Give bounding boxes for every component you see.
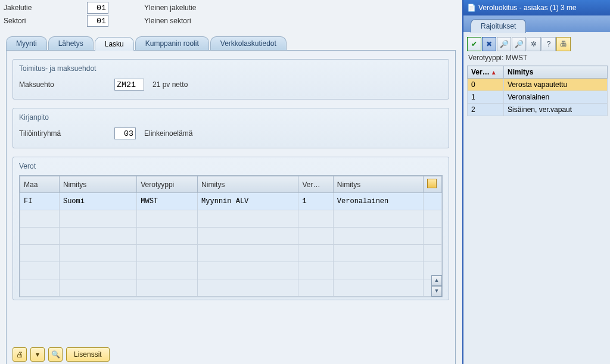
table-row[interactable]: FI Suomi MWST Myynnin ALV 1 Veronalainen xyxy=(20,193,442,210)
popup-header-row: Ver…▲ Nimitys xyxy=(468,66,608,79)
tab-container: Myynti Lähetys Lasku Kumppanin roolit Ve… xyxy=(6,36,456,364)
popup-verotyyppi-label: Verotyyppi: MWST xyxy=(468,54,606,62)
table-row[interactable] xyxy=(20,262,442,279)
popup-help-button[interactable]: ? xyxy=(541,37,556,51)
tab-myynti[interactable]: Myynti xyxy=(6,36,47,50)
popup-tab-rajoitukset[interactable]: Rajoitukset xyxy=(471,19,526,33)
popup-print-button[interactable]: 🖶 xyxy=(556,37,571,51)
verot-th-nimitys1[interactable]: Nimitys xyxy=(59,176,136,193)
sektori-row: Sektori Yleinen sektori xyxy=(4,14,458,27)
tab-lasku[interactable]: Lasku xyxy=(95,37,134,51)
maksuehto-label: Maksuehto xyxy=(19,80,114,89)
popup-cell-code[interactable]: 2 xyxy=(468,104,504,116)
verot-th-maa[interactable]: Maa xyxy=(20,176,60,193)
lisenssit-label: Lisenssit xyxy=(74,350,102,359)
tool-icon: ✲ xyxy=(531,40,537,48)
table-config-icon xyxy=(427,179,437,188)
popup-find-button[interactable]: 🔎 xyxy=(497,37,511,51)
cell-maa[interactable]: FI xyxy=(20,193,60,210)
kirjanpito-title: Kirjanpito xyxy=(19,113,443,122)
toimitus-title: Toimitus- ja maksuehdot xyxy=(19,64,443,73)
jakelutie-row: Jakelutie Yleinen jakelutie xyxy=(4,1,458,14)
maksuehto-row: Maksuehto 21 pv netto xyxy=(19,77,443,92)
jakelutie-label: Jakelutie xyxy=(4,4,87,12)
verot-th-nimitys2[interactable]: Nimitys xyxy=(198,176,298,193)
tab-strip: Myynti Lähetys Lasku Kumppanin roolit Ve… xyxy=(6,36,456,50)
verot-table: Maa Nimitys Verotyyppi Nimitys Ver… Nimi… xyxy=(20,176,442,297)
tab-kumppanin[interactable]: Kumppanin roolit xyxy=(135,36,209,50)
sektori-label: Sektori xyxy=(4,17,87,25)
cell-verotyyppi[interactable]: MWST xyxy=(137,193,198,210)
scroll-down-button[interactable]: ▼ xyxy=(431,286,442,297)
verot-th-config[interactable] xyxy=(424,176,442,193)
tilioryhma-row: Tiliöintiryhmä Elinkeinoelämä xyxy=(19,126,443,141)
maksuehto-desc: 21 pv netto xyxy=(152,80,188,89)
tab-lahetys[interactable]: Lähetys xyxy=(48,36,94,50)
maksuehto-input[interactable] xyxy=(114,79,144,91)
jakelutie-code[interactable] xyxy=(87,2,108,14)
header-fields: Jakelutie Yleinen jakelutie Sektori Ylei… xyxy=(0,0,462,29)
scroll-up-button[interactable]: ▲ xyxy=(431,275,442,286)
popup-cell-code[interactable]: 1 xyxy=(468,91,504,104)
cell-nimitys2[interactable]: Myynnin ALV xyxy=(198,193,298,210)
popup-th-nimitys[interactable]: Nimitys xyxy=(504,66,608,79)
cell-nimitys3[interactable]: Veronalainen xyxy=(333,193,423,210)
printer-icon: 🖶 xyxy=(560,40,567,48)
popup-tabstrip: Rajoitukset xyxy=(463,15,610,32)
cell-scroll-gutter xyxy=(424,193,442,210)
popup-cell-name[interactable]: Veronalainen xyxy=(504,91,608,104)
popup-ok-button[interactable]: ✔ xyxy=(467,37,481,51)
popup-th-ver[interactable]: Ver…▲ xyxy=(468,66,504,79)
popup-row[interactable]: 2 Sisäinen, ver.vapaut xyxy=(468,104,608,116)
verot-th-verotyyppi[interactable]: Verotyyppi xyxy=(137,176,198,193)
verot-header-row: Maa Nimitys Verotyyppi Nimitys Ver… Nimi… xyxy=(20,176,442,193)
search-icon: 🔍 xyxy=(51,350,60,359)
cell-nimitys1[interactable]: Suomi xyxy=(59,193,136,210)
toimitus-group: Toimitus- ja maksuehdot Maksuehto 21 pv … xyxy=(13,59,449,99)
search-button[interactable]: 🔍 xyxy=(48,347,63,362)
popup-titlebar[interactable]: 📄 Veroluokitus - asiakas (1) 3 me xyxy=(463,0,610,15)
tab-verkkolasku[interactable]: Verkkolaskutiedot xyxy=(210,36,287,50)
tilioryhma-desc: Elinkeinoelämä xyxy=(144,129,192,138)
main-area: Jakelutie Yleinen jakelutie Sektori Ylei… xyxy=(0,0,462,364)
sektori-code[interactable] xyxy=(87,15,108,27)
lisenssit-button[interactable]: Lisenssit xyxy=(66,347,110,362)
popup-body: ✔ ✖ 🔎 🔎 ✲ ? 🖶 Verotyyppi: MWST Ver…▲ Nim… xyxy=(463,32,610,121)
popup-cell-code[interactable]: 0 xyxy=(468,79,504,91)
binoculars-plus-icon: 🔎 xyxy=(515,40,524,48)
popup-find-next-button[interactable]: 🔎 xyxy=(512,37,526,51)
print-button[interactable]: 🖨 xyxy=(13,347,27,362)
filter-button[interactable]: ▾ xyxy=(30,347,45,362)
tab-body: Toimitus- ja maksuehdot Maksuehto 21 pv … xyxy=(6,50,456,364)
print-icon: 🖨 xyxy=(16,350,23,359)
tilioryhma-input[interactable] xyxy=(114,127,136,139)
popup-cell-name[interactable]: Sisäinen, ver.vapaut xyxy=(504,104,608,116)
veroluokitus-popup: 📄 Veroluokitus - asiakas (1) 3 me Rajoit… xyxy=(462,0,610,364)
popup-title: Veroluokitus - asiakas (1) 3 me xyxy=(478,4,577,12)
cell-ver[interactable]: 1 xyxy=(298,193,333,210)
verot-table-wrap: Maa Nimitys Verotyyppi Nimitys Ver… Nimi… xyxy=(19,175,443,297)
popup-extra-button[interactable]: ✲ xyxy=(527,37,541,51)
tilioryhma-label: Tiliöintiryhmä xyxy=(19,129,114,138)
table-row[interactable] xyxy=(20,210,442,228)
help-icon: ? xyxy=(547,40,551,48)
popup-row[interactable]: 0 Verosta vapautettu xyxy=(468,79,608,91)
bottom-toolbar: 🖨 ▾ 🔍 Lisenssit xyxy=(13,347,110,362)
verot-th-nimitys3[interactable]: Nimitys xyxy=(333,176,423,193)
table-row[interactable] xyxy=(20,228,442,245)
popup-close-button[interactable]: ✖ xyxy=(482,37,496,51)
verot-th-ver[interactable]: Ver… xyxy=(298,176,333,193)
jakelutie-desc: Yleinen jakelutie xyxy=(144,4,196,12)
popup-toolbar: ✔ ✖ 🔎 🔎 ✲ ? 🖶 xyxy=(467,37,608,51)
filter-icon: ▾ xyxy=(36,350,39,359)
table-row[interactable] xyxy=(20,279,442,297)
popup-table: Ver…▲ Nimitys 0 Verosta vapautettu 1 Ver… xyxy=(467,66,608,116)
binoculars-icon: 🔎 xyxy=(500,40,509,48)
table-row[interactable] xyxy=(20,245,442,262)
window-icon: 📄 xyxy=(467,4,476,12)
popup-cell-name[interactable]: Verosta vapautettu xyxy=(504,79,608,91)
kirjanpito-group: Kirjanpito Tiliöintiryhmä Elinkeinoelämä xyxy=(13,108,449,148)
check-icon: ✔ xyxy=(471,40,477,48)
close-icon: ✖ xyxy=(486,40,492,48)
popup-row[interactable]: 1 Veronalainen xyxy=(468,91,608,104)
